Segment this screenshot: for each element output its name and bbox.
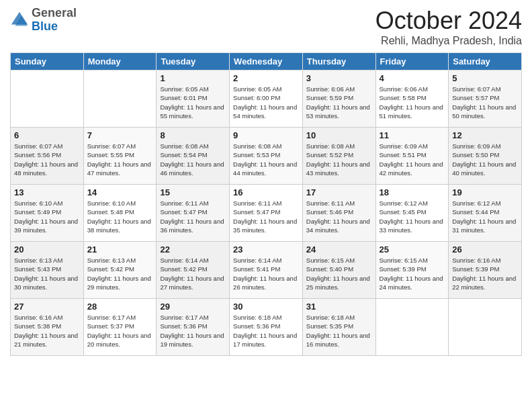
day-info: Sunrise: 6:11 AM Sunset: 5:47 PM Dayligh…: [233, 199, 299, 234]
day-number: 26: [452, 244, 518, 255]
day-info: Sunrise: 6:17 AM Sunset: 5:37 PM Dayligh…: [87, 313, 153, 349]
day-info: Sunrise: 6:15 AM Sunset: 5:40 PM Dayligh…: [306, 256, 372, 291]
day-number: 25: [380, 244, 445, 255]
day-number: 9: [233, 130, 299, 140]
day-number: 29: [160, 302, 226, 312]
calendar-cell: 1Sunrise: 6:05 AM Sunset: 6:01 PM Daylig…: [157, 71, 230, 128]
day-header-thursday: Thursday: [302, 53, 375, 71]
day-info: Sunrise: 6:18 AM Sunset: 5:36 PM Dayligh…: [233, 313, 299, 349]
calendar-cell: 21Sunrise: 6:13 AM Sunset: 5:42 PM Dayli…: [83, 242, 157, 299]
day-number: 19: [452, 187, 518, 197]
day-info: Sunrise: 6:05 AM Sunset: 6:01 PM Dayligh…: [160, 85, 226, 120]
calendar-cell: 12Sunrise: 6:09 AM Sunset: 5:50 PM Dayli…: [449, 128, 522, 185]
day-info: Sunrise: 6:13 AM Sunset: 5:42 PM Dayligh…: [87, 256, 153, 291]
day-info: Sunrise: 6:06 AM Sunset: 5:58 PM Dayligh…: [380, 85, 445, 120]
calendar-cell: 7Sunrise: 6:07 AM Sunset: 5:55 PM Daylig…: [83, 128, 157, 185]
location-subtitle: Rehli, Madhya Pradesh, India: [375, 35, 522, 47]
calendar-cell: 16Sunrise: 6:11 AM Sunset: 5:47 PM Dayli…: [230, 185, 303, 242]
day-info: Sunrise: 6:08 AM Sunset: 5:53 PM Dayligh…: [233, 142, 299, 177]
day-number: 15: [160, 187, 226, 197]
day-number: 2: [233, 73, 299, 83]
calendar-cell: 5Sunrise: 6:07 AM Sunset: 5:57 PM Daylig…: [449, 71, 522, 128]
day-info: Sunrise: 6:17 AM Sunset: 5:36 PM Dayligh…: [160, 313, 226, 349]
calendar-table: SundayMondayTuesdayWednesdayThursdayFrid…: [10, 52, 522, 356]
title-section: October 2024 Rehli, Madhya Pradesh, Indi…: [375, 7, 522, 47]
calendar-cell: 27Sunrise: 6:16 AM Sunset: 5:38 PM Dayli…: [11, 299, 84, 356]
day-number: 8: [160, 130, 226, 140]
calendar-week-1: 1Sunrise: 6:05 AM Sunset: 6:01 PM Daylig…: [11, 71, 522, 128]
day-header-wednesday: Wednesday: [230, 53, 303, 71]
calendar-cell: 15Sunrise: 6:11 AM Sunset: 5:47 PM Dayli…: [157, 185, 230, 242]
calendar-cell: 25Sunrise: 6:15 AM Sunset: 5:39 PM Dayli…: [375, 242, 449, 299]
day-number: 14: [87, 187, 153, 197]
day-info: Sunrise: 6:15 AM Sunset: 5:39 PM Dayligh…: [380, 256, 445, 291]
day-info: Sunrise: 6:09 AM Sunset: 5:51 PM Dayligh…: [380, 142, 445, 177]
day-header-monday: Monday: [83, 53, 157, 71]
day-number: 20: [14, 244, 80, 255]
day-number: 12: [452, 130, 518, 140]
day-info: Sunrise: 6:10 AM Sunset: 5:49 PM Dayligh…: [14, 199, 80, 234]
day-number: 11: [380, 130, 445, 140]
calendar-cell: [449, 299, 522, 356]
logo-icon: [10, 11, 29, 30]
day-number: 21: [87, 244, 153, 255]
calendar-cell: 2Sunrise: 6:05 AM Sunset: 6:00 PM Daylig…: [230, 71, 303, 128]
calendar-cell: 22Sunrise: 6:14 AM Sunset: 5:42 PM Dayli…: [157, 242, 230, 299]
day-info: Sunrise: 6:12 AM Sunset: 5:44 PM Dayligh…: [452, 199, 518, 234]
calendar-cell: 26Sunrise: 6:16 AM Sunset: 5:39 PM Dayli…: [449, 242, 522, 299]
calendar-week-4: 20Sunrise: 6:13 AM Sunset: 5:43 PM Dayli…: [11, 242, 522, 299]
day-number: 7: [87, 130, 153, 140]
calendar-cell: 4Sunrise: 6:06 AM Sunset: 5:58 PM Daylig…: [375, 71, 449, 128]
day-header-friday: Friday: [375, 53, 449, 71]
day-info: Sunrise: 6:06 AM Sunset: 5:59 PM Dayligh…: [306, 85, 372, 120]
day-info: Sunrise: 6:10 AM Sunset: 5:48 PM Dayligh…: [87, 199, 153, 234]
day-info: Sunrise: 6:07 AM Sunset: 5:55 PM Dayligh…: [87, 142, 153, 177]
day-number: 31: [306, 302, 372, 312]
calendar-cell: [375, 299, 449, 356]
calendar-cell: 17Sunrise: 6:11 AM Sunset: 5:46 PM Dayli…: [302, 185, 375, 242]
calendar-cell: 31Sunrise: 6:18 AM Sunset: 5:35 PM Dayli…: [302, 299, 375, 356]
day-info: Sunrise: 6:09 AM Sunset: 5:50 PM Dayligh…: [452, 142, 518, 177]
calendar-cell: 6Sunrise: 6:07 AM Sunset: 5:56 PM Daylig…: [11, 128, 84, 185]
day-number: 17: [306, 187, 372, 197]
logo: General Blue: [10, 7, 77, 34]
day-number: 13: [14, 187, 80, 197]
calendar-cell: 9Sunrise: 6:08 AM Sunset: 5:53 PM Daylig…: [230, 128, 303, 185]
day-header-saturday: Saturday: [449, 53, 522, 71]
day-header-sunday: Sunday: [11, 53, 84, 71]
day-info: Sunrise: 6:13 AM Sunset: 5:43 PM Dayligh…: [14, 256, 80, 291]
day-info: Sunrise: 6:08 AM Sunset: 5:52 PM Dayligh…: [306, 142, 372, 177]
day-number: 4: [380, 73, 445, 83]
logo-text: General Blue: [32, 7, 77, 34]
day-number: 30: [233, 302, 299, 312]
day-number: 5: [452, 73, 518, 83]
calendar-week-3: 13Sunrise: 6:10 AM Sunset: 5:49 PM Dayli…: [11, 185, 522, 242]
day-info: Sunrise: 6:11 AM Sunset: 5:47 PM Dayligh…: [160, 199, 226, 234]
calendar-cell: 3Sunrise: 6:06 AM Sunset: 5:59 PM Daylig…: [302, 71, 375, 128]
calendar-cell: 29Sunrise: 6:17 AM Sunset: 5:36 PM Dayli…: [157, 299, 230, 356]
day-info: Sunrise: 6:07 AM Sunset: 5:56 PM Dayligh…: [14, 142, 80, 177]
day-number: 1: [160, 73, 226, 83]
calendar-cell: 20Sunrise: 6:13 AM Sunset: 5:43 PM Dayli…: [11, 242, 84, 299]
calendar-week-2: 6Sunrise: 6:07 AM Sunset: 5:56 PM Daylig…: [11, 128, 522, 185]
day-number: 27: [14, 302, 80, 312]
day-number: 3: [306, 73, 372, 83]
day-info: Sunrise: 6:08 AM Sunset: 5:54 PM Dayligh…: [160, 142, 226, 177]
day-info: Sunrise: 6:12 AM Sunset: 5:45 PM Dayligh…: [380, 199, 445, 234]
day-info: Sunrise: 6:07 AM Sunset: 5:57 PM Dayligh…: [452, 85, 518, 120]
day-number: 10: [306, 130, 372, 140]
day-number: 28: [87, 302, 153, 312]
day-info: Sunrise: 6:16 AM Sunset: 5:38 PM Dayligh…: [14, 313, 80, 349]
calendar-cell: [83, 71, 157, 128]
calendar-cell: 8Sunrise: 6:08 AM Sunset: 5:54 PM Daylig…: [157, 128, 230, 185]
calendar-cell: 13Sunrise: 6:10 AM Sunset: 5:49 PM Dayli…: [11, 185, 84, 242]
day-number: 6: [14, 130, 80, 140]
calendar-cell: 30Sunrise: 6:18 AM Sunset: 5:36 PM Dayli…: [230, 299, 303, 356]
day-number: 16: [233, 187, 299, 197]
month-title: October 2024: [375, 7, 522, 35]
day-number: 18: [380, 187, 445, 197]
day-info: Sunrise: 6:14 AM Sunset: 5:41 PM Dayligh…: [233, 256, 299, 291]
calendar-cell: 11Sunrise: 6:09 AM Sunset: 5:51 PM Dayli…: [375, 128, 449, 185]
day-number: 23: [233, 244, 299, 255]
calendar-cell: 18Sunrise: 6:12 AM Sunset: 5:45 PM Dayli…: [375, 185, 449, 242]
